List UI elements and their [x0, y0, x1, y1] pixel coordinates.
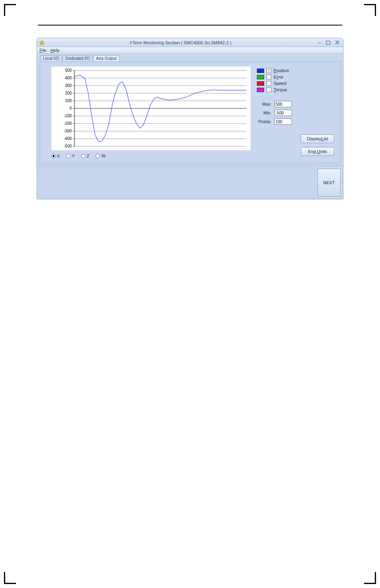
svg-text:-200: -200 [64, 121, 72, 126]
display-list-button[interactable]: Display List [301, 134, 334, 143]
radio-icon [96, 154, 100, 158]
tab-dedicated-io[interactable]: Dedicated I/O [63, 55, 92, 61]
app-icon [39, 39, 45, 46]
swatch-icon [257, 69, 264, 73]
side-panel: Position Error Speed [257, 67, 336, 158]
maximize-button[interactable] [325, 39, 332, 46]
field-min: Min [257, 110, 336, 116]
legend-label: Position [274, 68, 289, 73]
legend-label: Error [274, 75, 283, 79]
svg-text:400: 400 [65, 76, 72, 80]
points-label: Points [257, 119, 270, 124]
menu-bar: File Help [37, 47, 343, 54]
legend-position[interactable]: Position [257, 68, 336, 73]
max-label: Max [257, 102, 270, 106]
title-bar: YTerm Monitoring Section ( SMC4000 Sn.SM… [37, 38, 343, 47]
field-max: Max [257, 101, 336, 107]
window-title: YTerm Monitoring Section ( SMC4000 Sn.SM… [45, 40, 316, 45]
axis-radio-group: X Y Z W [51, 153, 251, 158]
legend-label: Torque [274, 87, 287, 92]
radio-icon [51, 154, 56, 158]
max-input[interactable] [274, 101, 292, 107]
axis-radio-x[interactable]: X [51, 153, 60, 158]
field-points: Points [257, 118, 336, 125]
app-window: YTerm Monitoring Section ( SMC4000 Sn.SM… [37, 38, 343, 199]
chart-area: 5004003002001000-100-200-300-400-500 [51, 67, 251, 150]
menu-file[interactable]: File [39, 48, 47, 53]
legend-label: Speed [274, 81, 286, 86]
close-button[interactable]: ✕ [333, 39, 341, 46]
bottom-bar: NEXT [37, 165, 343, 199]
tab-axis-output[interactable]: Axis Output [93, 55, 119, 61]
svg-text:0: 0 [69, 106, 72, 110]
axis-radio-z[interactable]: Z [81, 153, 90, 158]
svg-text:200: 200 [65, 91, 72, 95]
swatch-icon [257, 81, 264, 86]
checkbox-speed[interactable] [266, 81, 271, 86]
minimize-button[interactable]: – [316, 39, 323, 46]
axis-radio-w[interactable]: W [96, 153, 105, 158]
tab-strip: Local I/O Dedicated I/O Axis Output [39, 55, 341, 61]
min-label: Min [257, 110, 270, 115]
svg-text:500: 500 [65, 68, 72, 73]
svg-text:-500: -500 [64, 144, 72, 148]
radio-icon [81, 154, 86, 158]
min-input[interactable] [274, 110, 292, 116]
tab-panel: 5004003002001000-100-200-300-400-500 X Y… [39, 61, 341, 164]
axis-radio-y[interactable]: Y [66, 153, 74, 158]
eng-units-button[interactable]: Eng. Units [301, 147, 334, 156]
svg-text:-300: -300 [64, 129, 72, 133]
swatch-icon [257, 75, 264, 79]
svg-rect-0 [326, 41, 330, 44]
swatch-icon [257, 88, 264, 92]
svg-text:-100: -100 [64, 114, 72, 118]
menu-help[interactable]: Help [51, 48, 60, 53]
tab-local-io[interactable]: Local I/O [40, 55, 62, 61]
radio-icon [66, 154, 71, 158]
svg-text:-400: -400 [64, 136, 72, 141]
checkbox-torque[interactable] [266, 87, 271, 92]
points-input[interactable] [274, 118, 292, 125]
next-button[interactable]: NEXT [317, 169, 341, 197]
svg-text:100: 100 [65, 98, 72, 103]
checkbox-error[interactable] [266, 75, 271, 79]
legend-speed[interactable]: Speed [257, 81, 336, 86]
legend-error[interactable]: Error [257, 75, 336, 79]
checkbox-position[interactable] [266, 68, 271, 73]
legend-torque[interactable]: Torque [257, 87, 336, 92]
svg-text:300: 300 [65, 83, 72, 88]
